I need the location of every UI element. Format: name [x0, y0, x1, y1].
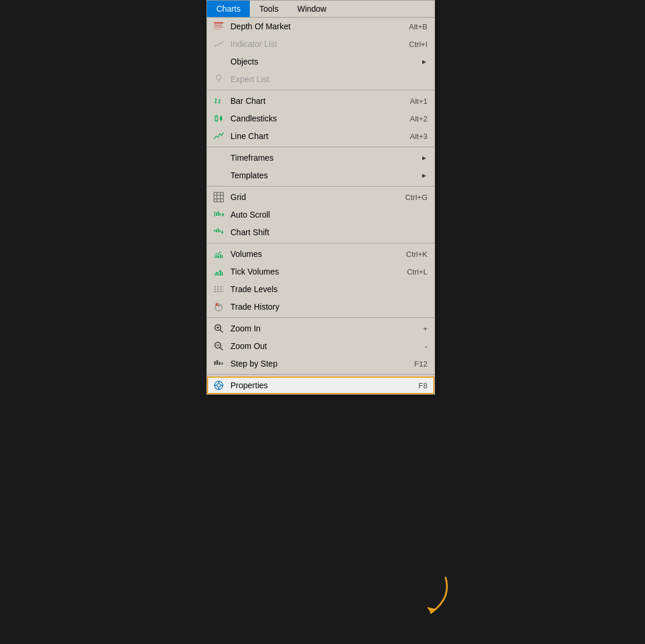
menu-item-objects[interactable]: Objects ► — [207, 53, 434, 70]
chart-shift-label: Chart Shift — [230, 228, 427, 237]
menu-item-line-chart[interactable]: Line Chart Alt+3 — [207, 127, 434, 145]
menu-item-tick-volumes[interactable]: Tick Volumes Ctrl+L — [207, 263, 434, 280]
zoom-out-label: Zoom Out — [230, 341, 413, 351]
svg-rect-30 — [216, 229, 217, 232]
svg-rect-11 — [215, 116, 218, 121]
grid-label: Grid — [230, 192, 393, 202]
trade-history-icon: ✦ — [212, 301, 226, 313]
templates-icon — [212, 170, 226, 181]
zoom-in-shortcut: + — [423, 324, 427, 333]
svg-rect-38 — [220, 254, 221, 258]
menu-item-chart-shift[interactable]: Chart Shift — [207, 223, 434, 241]
step-by-step-icon — [212, 358, 226, 370]
menu-item-indicator-list[interactable]: Indicator List Ctrl+I — [207, 35, 434, 53]
menu-item-step-by-step[interactable]: Step by Step F12 — [207, 355, 434, 372]
line-chart-icon — [212, 130, 226, 142]
expert-list-label: Expert List — [230, 74, 427, 84]
templates-label: Templates — [230, 171, 421, 180]
separator-1 — [207, 90, 434, 90]
volumes-shortcut: Ctrl+K — [406, 250, 427, 259]
properties-label: Properties — [230, 381, 407, 390]
candlesticks-icon — [212, 113, 226, 124]
menu-item-properties[interactable]: Properties F8 — [207, 377, 434, 394]
menu-item-volumes[interactable]: Volumes Ctrl+K — [207, 245, 434, 263]
svg-marker-67 — [427, 607, 435, 613]
svg-rect-40 — [215, 274, 216, 276]
svg-rect-0 — [214, 22, 223, 23]
objects-arrow: ► — [421, 58, 427, 65]
menu-item-trade-levels[interactable]: Trade Levels — [207, 280, 434, 298]
menu-item-trade-history[interactable]: ✦ Trade History — [207, 298, 434, 316]
bar-chart-shortcut: Alt+1 — [410, 97, 427, 106]
menu-item-grid[interactable]: Grid Ctrl+G — [207, 188, 434, 206]
zoom-in-label: Zoom In — [230, 324, 411, 333]
svg-rect-22 — [214, 212, 215, 213]
indicator-list-icon — [212, 38, 226, 50]
svg-rect-31 — [218, 228, 219, 232]
line-chart-label: Line Chart — [230, 131, 398, 141]
timeframes-label: Timeframes — [230, 153, 421, 162]
bar-chart-label: Bar Chart — [230, 96, 398, 106]
candlesticks-shortcut: Alt+2 — [410, 114, 427, 123]
objects-icon — [212, 56, 226, 67]
orange-arrow-annotation — [399, 575, 457, 622]
auto-scroll-icon — [212, 209, 226, 221]
svg-rect-24 — [214, 215, 215, 216]
tab-tools[interactable]: Tools — [250, 1, 288, 17]
svg-rect-32 — [219, 230, 220, 232]
tick-volumes-label: Tick Volumes — [230, 267, 395, 276]
svg-rect-29 — [214, 230, 215, 232]
candlesticks-label: Candlesticks — [230, 114, 398, 123]
svg-rect-60 — [219, 362, 220, 365]
menu-item-timeframes[interactable]: Timeframes ► — [207, 149, 434, 167]
svg-rect-58 — [214, 361, 216, 365]
separator-4 — [207, 243, 434, 243]
trade-history-label: Trade History — [230, 302, 427, 311]
svg-rect-41 — [216, 273, 218, 276]
bar-chart-icon — [212, 95, 226, 107]
chart-shift-icon — [212, 226, 226, 238]
grid-shortcut: Ctrl+G — [405, 193, 427, 202]
separator-6 — [207, 374, 434, 375]
step-by-step-label: Step by Step — [230, 359, 403, 368]
menu-item-depth-of-market[interactable]: Depth Of Market Alt+B — [207, 18, 434, 35]
trade-levels-icon — [212, 283, 226, 295]
tick-volumes-shortcut: Ctrl+L — [407, 267, 427, 276]
svg-rect-37 — [218, 256, 219, 258]
depth-of-market-shortcut: Alt+B — [409, 22, 427, 31]
volumes-label: Volumes — [230, 249, 395, 259]
svg-rect-23 — [214, 213, 215, 215]
separator-5 — [207, 317, 434, 318]
properties-icon — [212, 379, 226, 391]
menu-item-candlesticks[interactable]: Candlesticks Alt+2 — [207, 110, 434, 127]
timeframes-icon — [212, 152, 226, 164]
step-by-step-shortcut: F12 — [415, 360, 427, 368]
properties-shortcut: F8 — [419, 381, 427, 390]
zoom-out-shortcut: - — [425, 342, 427, 351]
volumes-icon — [212, 248, 226, 260]
tab-window[interactable]: Window — [288, 1, 336, 17]
svg-rect-14 — [220, 117, 222, 120]
timeframes-arrow: ► — [421, 154, 427, 161]
menu-item-zoom-out[interactable]: Zoom Out - — [207, 337, 434, 355]
svg-rect-36 — [216, 255, 218, 258]
grid-icon — [212, 191, 226, 203]
menu-item-bar-chart[interactable]: Bar Chart Alt+1 — [207, 92, 434, 110]
indicator-list-label: Indicator List — [230, 39, 398, 49]
svg-line-52 — [220, 330, 223, 333]
menu-item-expert-list[interactable]: Expert List — [207, 70, 434, 88]
depth-of-market-icon — [212, 21, 226, 32]
tab-charts[interactable]: Charts — [207, 1, 250, 17]
depth-of-market-label: Depth Of Market — [230, 22, 398, 31]
svg-rect-59 — [216, 360, 218, 365]
menu-item-zoom-in[interactable]: Zoom In + — [207, 320, 434, 337]
svg-point-62 — [217, 384, 220, 387]
svg-rect-42 — [218, 274, 219, 276]
trade-levels-label: Trade Levels — [230, 284, 427, 294]
menu-item-templates[interactable]: Templates ► — [207, 167, 434, 184]
svg-rect-1 — [214, 25, 222, 26]
svg-rect-44 — [222, 272, 223, 276]
menu-item-auto-scroll[interactable]: Auto Scroll — [207, 206, 434, 223]
indicator-list-shortcut: Ctrl+I — [409, 40, 427, 49]
zoom-in-icon — [212, 323, 226, 334]
